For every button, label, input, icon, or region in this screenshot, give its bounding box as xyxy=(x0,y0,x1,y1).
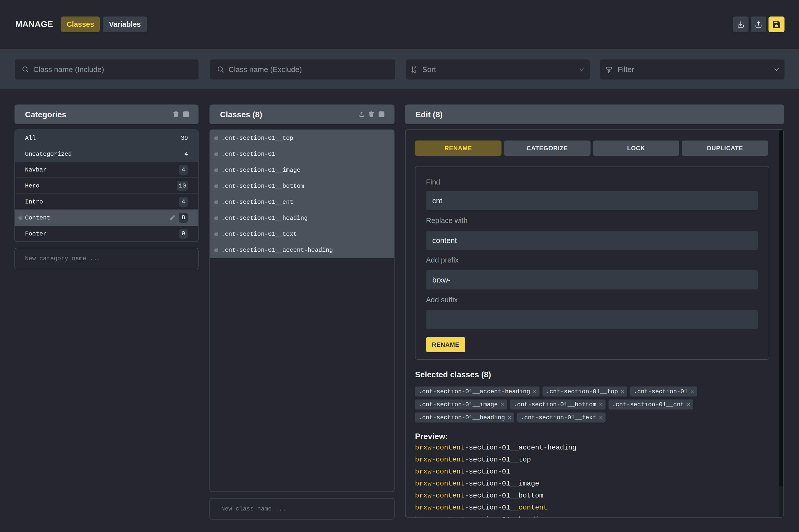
svg-text:Z: Z xyxy=(414,70,416,73)
svg-text:A: A xyxy=(414,66,417,69)
